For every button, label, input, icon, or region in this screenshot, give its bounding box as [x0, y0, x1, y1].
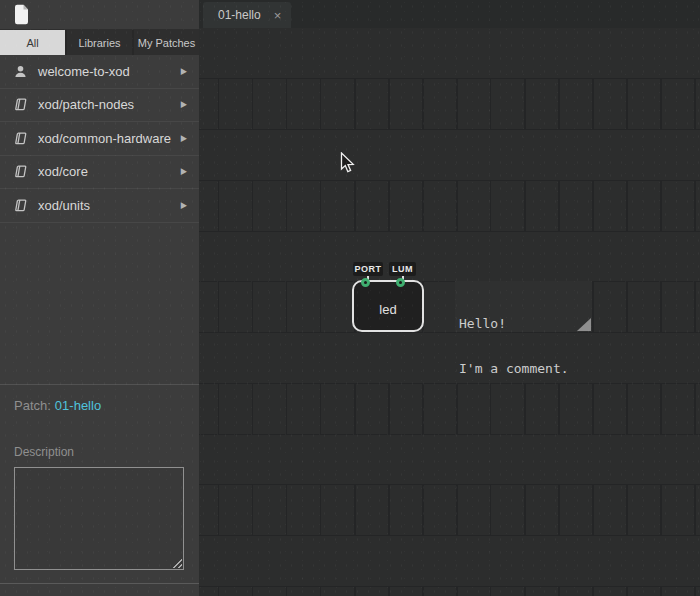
sidebar-item-label: xod/patch-nodes: [38, 97, 181, 112]
sidebar-divider: [0, 583, 199, 584]
grid-band: [199, 484, 700, 536]
tab-01-hello[interactable]: 01-hello ×: [203, 2, 291, 28]
sidebar-item-label: xod/common-hardware: [38, 131, 181, 146]
tab-my-patches[interactable]: My Patches: [134, 30, 199, 55]
mouse-cursor-icon: [340, 152, 355, 178]
grid-band: [199, 78, 700, 130]
new-patch-icon[interactable]: [13, 4, 29, 29]
xod-ide-window: All Libraries My Patches welcome-to-xod …: [0, 0, 700, 596]
sidebar-item-label: welcome-to-xod: [38, 64, 181, 79]
pin-lum[interactable]: [396, 278, 405, 287]
close-icon[interactable]: ×: [274, 9, 282, 22]
chevron-right-icon[interactable]: ▶: [181, 167, 187, 177]
patch-row: Patch:01-hello: [14, 398, 185, 413]
patch-label: Patch:: [14, 398, 51, 413]
sidebar-item-label: xod/units: [38, 198, 181, 213]
grid-band: [199, 586, 700, 596]
sidebar-item-xod-patch-nodes[interactable]: xod/patch-nodes ▶: [0, 89, 199, 123]
sidebar-item-xod-common-hardware[interactable]: xod/common-hardware ▶: [0, 122, 199, 156]
grid-band: [199, 383, 700, 435]
comment-line: Hello!: [459, 316, 592, 331]
pin-label-lum: LUM: [389, 262, 416, 276]
node-label: led: [379, 302, 396, 317]
tab-libraries[interactable]: Libraries: [67, 30, 132, 55]
description-label: Description: [14, 445, 185, 459]
library-icon: [13, 98, 28, 111]
sidebar-item-welcome-to-xod[interactable]: welcome-to-xod ▶: [0, 55, 199, 89]
library-icon: [13, 165, 28, 178]
node-led[interactable]: led: [352, 280, 424, 332]
editor-tab-bar: 01-hello ×: [199, 0, 700, 28]
description-textarea[interactable]: [15, 468, 183, 569]
library-icon: [13, 199, 28, 212]
patch-canvas[interactable]: PORT LUM led Hello! I'm a comment.: [199, 28, 700, 596]
project-browser-sidebar: All Libraries My Patches welcome-to-xod …: [0, 0, 199, 596]
patch-details-panel: Patch:01-hello Description: [0, 384, 199, 570]
comment-line: I'm a comment.: [459, 361, 592, 376]
tab-label: 01-hello: [218, 8, 261, 22]
chevron-right-icon[interactable]: ▶: [181, 133, 187, 143]
patch-name-link[interactable]: 01-hello: [55, 398, 101, 413]
project-browser-list: welcome-to-xod ▶ xod/patch-nodes ▶: [0, 55, 199, 223]
editor-area: 01-hello × PORT LUM led: [199, 0, 700, 596]
library-icon: [13, 132, 28, 145]
sidebar-item-label: xod/core: [38, 164, 181, 179]
sidebar-toolbar: [0, 0, 199, 29]
comment-box[interactable]: Hello! I'm a comment.: [455, 281, 592, 332]
description-box: [14, 467, 184, 570]
pin-port[interactable]: [361, 278, 370, 287]
sidebar-item-xod-core[interactable]: xod/core ▶: [0, 156, 199, 190]
chevron-right-icon[interactable]: ▶: [181, 200, 187, 210]
sidebar-item-xod-units[interactable]: xod/units ▶: [0, 189, 199, 223]
chevron-right-icon[interactable]: ▶: [181, 66, 187, 76]
user-icon: [13, 65, 28, 78]
chevron-right-icon[interactable]: ▶: [181, 100, 187, 110]
browser-filter-tabs: All Libraries My Patches: [0, 29, 199, 55]
grid-band: [199, 281, 700, 333]
grid-band: [199, 180, 700, 232]
tab-all[interactable]: All: [0, 30, 65, 55]
pin-label-port: PORT: [353, 262, 383, 276]
